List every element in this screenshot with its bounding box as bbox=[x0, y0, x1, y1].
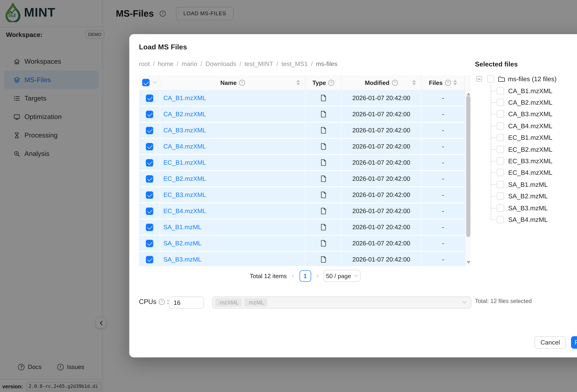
scrollbar-thumb[interactable] bbox=[466, 96, 470, 237]
breadcrumb-item[interactable]: root bbox=[139, 61, 150, 67]
file-name-link[interactable]: EC_B2.mzXML bbox=[163, 175, 206, 182]
file-name-link[interactable]: EC_B3.mzXML bbox=[163, 191, 206, 198]
tree-root-item[interactable]: ms-files (12 files) bbox=[476, 73, 577, 85]
file-name-link[interactable]: EC_B1.mzXML bbox=[163, 159, 206, 166]
chevron-down-icon[interactable] bbox=[152, 81, 157, 84]
pagination-total: Total 12 items bbox=[250, 272, 287, 279]
tree-file-checkbox[interactable] bbox=[497, 110, 504, 118]
tree-file-item[interactable]: CA_B4.mzXML bbox=[476, 120, 577, 132]
file-name-link[interactable]: CA_B1.mzXML bbox=[163, 95, 206, 101]
column-header-modified[interactable]: Modified ? bbox=[342, 75, 421, 90]
table-row[interactable]: EC_B4.mzXML 2026-01-07 20:42:00 - bbox=[139, 203, 465, 220]
tree-file-item[interactable]: CA_B3.mzXML bbox=[476, 108, 577, 120]
tree-file-checkbox[interactable] bbox=[497, 87, 504, 95]
page-number-button[interactable]: 1 bbox=[299, 270, 311, 282]
scroll-up-arrow-icon[interactable] bbox=[467, 93, 470, 96]
file-name-link[interactable]: SA_B1.mzML bbox=[163, 224, 202, 230]
select-all-checkbox[interactable] bbox=[142, 79, 149, 86]
file-name-link[interactable]: EC_B4.mzXML bbox=[163, 207, 206, 214]
tree-file-checkbox[interactable] bbox=[497, 99, 504, 106]
tree-file-checkbox[interactable] bbox=[497, 181, 504, 188]
column-label: Type bbox=[312, 79, 326, 86]
scroll-down-arrow-icon[interactable] bbox=[467, 261, 470, 264]
cpus-label-group: CPUs ? : bbox=[139, 298, 169, 305]
file-name-link[interactable]: CA_B4.mzXML bbox=[163, 143, 206, 150]
tree-file-item[interactable]: EC_B1.mzXML bbox=[476, 132, 577, 143]
help-circle-icon[interactable]: ? bbox=[392, 80, 398, 86]
tree-file-item[interactable]: EC_B2.mzXML bbox=[476, 143, 577, 155]
tree-file-checkbox[interactable] bbox=[497, 204, 504, 211]
sorter-icon[interactable] bbox=[412, 80, 416, 85]
table-row[interactable]: CA_B4.mzXML 2026-01-07 20:42:00 - bbox=[139, 139, 465, 155]
breadcrumb-separator: / bbox=[277, 61, 278, 67]
table-row[interactable]: SA_B2.mzML 2026-01-07 20:42:00 - bbox=[139, 236, 465, 252]
table-row[interactable]: EC_B3.mzXML 2026-01-07 20:42:00 - bbox=[139, 187, 465, 203]
sorter-icon[interactable] bbox=[296, 80, 300, 85]
tree-root-checkbox[interactable] bbox=[487, 75, 494, 83]
help-circle-icon[interactable]: ? bbox=[445, 80, 451, 86]
row-checkbox[interactable] bbox=[146, 256, 153, 263]
help-circle-icon[interactable]: ? bbox=[159, 299, 165, 305]
file-icon bbox=[320, 191, 326, 198]
column-header-files[interactable]: Files ? bbox=[421, 75, 465, 90]
table-row[interactable]: CA_B3.mzXML 2026-01-07 20:42:00 - bbox=[139, 123, 465, 139]
column-header-name[interactable]: Name ? bbox=[160, 75, 306, 90]
row-checkbox[interactable] bbox=[146, 110, 153, 118]
sorter-icon[interactable] bbox=[453, 80, 457, 85]
table-row[interactable]: CA_B2.mzXML 2026-01-07 20:42:00 - bbox=[139, 106, 465, 123]
row-checkbox[interactable] bbox=[146, 191, 153, 198]
table-row[interactable]: SA_B1.mzML 2026-01-07 20:42:00 - bbox=[139, 220, 465, 236]
help-circle-icon[interactable]: ? bbox=[239, 80, 245, 86]
tree-file-checkbox[interactable] bbox=[497, 157, 504, 165]
tree-file-item[interactable]: SA_B4.mzML bbox=[476, 214, 577, 225]
tree-file-checkbox[interactable] bbox=[497, 146, 504, 153]
row-checkbox[interactable] bbox=[146, 127, 153, 134]
row-checkbox[interactable] bbox=[146, 224, 153, 231]
extensions-select[interactable]: .mzXML .mzML bbox=[212, 296, 471, 309]
tree-file-item[interactable]: EC_B3.mzXML bbox=[476, 155, 577, 167]
cpus-input[interactable]: 16 bbox=[169, 296, 204, 309]
tree-file-item[interactable]: CA_B2.mzXML bbox=[476, 97, 577, 108]
tree-file-item[interactable]: CA_B1.mzXML bbox=[476, 85, 577, 97]
tree-file-checkbox[interactable] bbox=[497, 122, 504, 130]
file-name-link[interactable]: SA_B3.mzML bbox=[163, 256, 202, 263]
row-checkbox[interactable] bbox=[146, 143, 153, 150]
process-files-button[interactable]: Process Files bbox=[571, 336, 577, 349]
folder-icon bbox=[498, 76, 505, 82]
row-checkbox[interactable] bbox=[146, 94, 153, 102]
breadcrumb-item[interactable]: mario bbox=[182, 61, 197, 67]
table-scrollbar[interactable] bbox=[465, 90, 471, 266]
row-checkbox[interactable] bbox=[146, 159, 153, 166]
tree-file-item[interactable]: EC_B4.mzXML bbox=[476, 167, 577, 179]
tree-file-item[interactable]: SA_B3.mzML bbox=[476, 202, 577, 214]
breadcrumb-item[interactable]: test_MS1 bbox=[282, 61, 308, 67]
help-circle-icon[interactable]: ? bbox=[328, 80, 334, 86]
file-name-link[interactable]: SA_B2.mzML bbox=[163, 240, 202, 247]
prev-page-button[interactable]: ‹ bbox=[291, 272, 295, 279]
files-value: - bbox=[442, 95, 444, 101]
tree-file-item[interactable]: SA_B1.mzML bbox=[476, 179, 577, 190]
next-page-button[interactable]: › bbox=[315, 272, 319, 279]
cancel-button[interactable]: Cancel bbox=[535, 336, 566, 349]
tree-file-checkbox[interactable] bbox=[497, 193, 504, 200]
column-header-type[interactable]: Type ? bbox=[306, 75, 342, 90]
breadcrumb-item[interactable]: Downloads bbox=[205, 61, 236, 67]
tree-file-item[interactable]: SA_B2.mzML bbox=[476, 190, 577, 202]
page-size-select[interactable]: 50 / page bbox=[324, 270, 361, 282]
tree-file-label: CA_B4.mzXML bbox=[508, 122, 552, 130]
row-checkbox[interactable] bbox=[146, 240, 153, 247]
file-name-link[interactable]: CA_B2.mzXML bbox=[163, 111, 206, 118]
table-row[interactable]: EC_B1.mzXML 2026-01-07 20:42:00 - bbox=[139, 155, 465, 171]
breadcrumb-item[interactable]: home bbox=[158, 61, 174, 67]
row-checkbox[interactable] bbox=[146, 207, 153, 215]
file-name-link[interactable]: CA_B3.mzXML bbox=[163, 127, 206, 134]
table-row[interactable]: SA_B3.mzML 2026-01-07 20:42:00 - bbox=[139, 252, 465, 266]
tree-file-checkbox[interactable] bbox=[497, 134, 504, 141]
tree-file-checkbox[interactable] bbox=[497, 169, 504, 176]
tree-collapse-icon[interactable] bbox=[476, 76, 482, 82]
breadcrumb-item[interactable]: test_MINT bbox=[245, 61, 273, 67]
row-checkbox[interactable] bbox=[146, 175, 153, 182]
tree-file-checkbox[interactable] bbox=[497, 216, 504, 223]
table-row[interactable]: EC_B2.mzXML 2026-01-07 20:42:00 - bbox=[139, 171, 465, 187]
table-row[interactable]: CA_B1.mzXML 2026-01-07 20:42:00 - bbox=[139, 90, 465, 106]
